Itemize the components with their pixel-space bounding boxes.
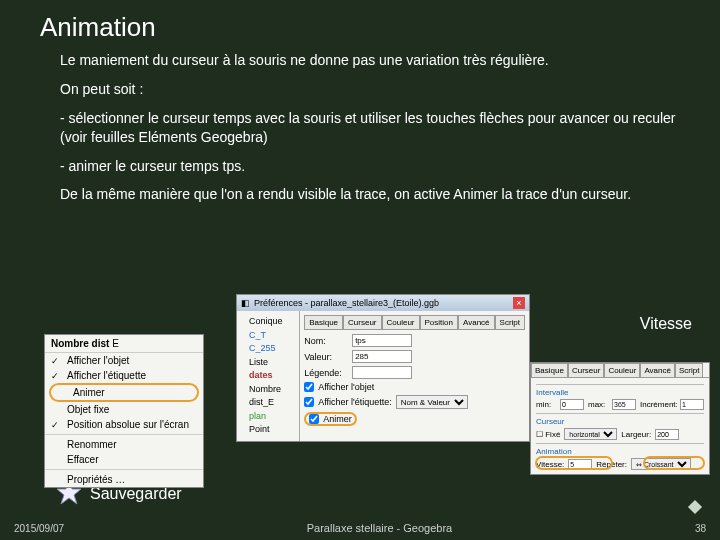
label-vitesse: Vitesse [640,315,692,333]
label-legende: Légende: [304,368,348,378]
slider-tabs: Basique Curseur Couleur Avancé Script [531,363,709,378]
tab-couleur[interactable]: Couleur [604,363,640,377]
checkbox-fixe[interactable]: ☐ Fixé [536,430,560,439]
window-icon: ◧ [241,298,250,308]
label-largeur: Largeur: [621,430,651,439]
tree-node[interactable]: Point [241,423,295,437]
menu-separator [45,434,203,435]
checkbox-afficher-etiquette[interactable] [304,397,314,407]
label-increment: Incrément: [640,400,676,409]
footer-page: 38 [695,523,720,534]
checkbox-label: Afficher l'objet [318,382,374,392]
tree-node[interactable]: plan [241,410,295,424]
checkbox-label: Animer [323,414,352,424]
menu-item-renommer[interactable]: Renommer [45,437,203,452]
slider-prefs-panel: Basique Curseur Couleur Avancé Script In… [530,362,710,475]
tree-node[interactable]: C_T [241,329,295,343]
tab-basique[interactable]: Basique [304,315,343,329]
paragraph: Le maniement du curseur à la souris ne d… [60,51,680,70]
tree-node[interactable]: Liste [241,356,295,370]
footer-date: 2015/09/07 [0,523,64,534]
tab-avance[interactable]: Avancé [458,315,495,329]
highlight-vitesse [535,456,613,470]
menu-item-effacer[interactable]: Effacer [45,452,203,467]
tab-position[interactable]: Position [420,315,458,329]
input-max[interactable] [612,399,636,410]
checkbox-afficher-objet[interactable] [304,382,314,392]
menu-item-afficher-etiquette[interactable]: Afficher l'étiquette [45,368,203,383]
group-intervalle: Intervalle [536,388,704,397]
checkbox-label: Afficher l'étiquette: [318,397,392,407]
menu-item-proprietes[interactable]: Propriétés … [45,472,203,487]
slide-title: Animation [0,0,720,43]
input-min[interactable] [560,399,584,410]
tab-script[interactable]: Script [495,315,525,329]
tree-node[interactable]: dates [241,369,295,383]
diamond-icon [688,500,702,514]
tab-couleur[interactable]: Couleur [382,315,420,329]
prefs-tabs: Basique Curseur Couleur Position Avancé … [304,315,525,330]
input-increment[interactable] [680,399,704,410]
input-nom[interactable] [352,334,412,347]
label-valeur: Valeur: [304,352,348,362]
input-legende[interactable] [352,366,412,379]
group-animation: Animation [536,447,704,456]
paragraph: On peut soit : [60,80,680,99]
tab-curseur[interactable]: Curseur [343,315,381,329]
slide-footer: 2015/09/07 Parallaxe stellaire - Geogebr… [0,522,720,534]
window-titlebar: ◧ Préférences - parallaxe_stellaire3_(Et… [237,295,529,311]
highlight-animer: Animer [49,383,199,402]
tree-node[interactable]: Conique [241,315,295,329]
paragraph: De la même manière que l'on a rendu visi… [60,185,680,204]
tab-avance[interactable]: Avancé [640,363,675,377]
close-icon[interactable]: × [513,297,525,309]
slide-body: Le maniement du curseur à la souris ne d… [0,43,720,204]
label-min: min: [536,400,556,409]
paragraph: - sélectionner le curseur temps avec la … [60,109,680,147]
footer-title: Parallaxe stellaire - Geogebra [64,522,695,534]
tab-basique[interactable]: Basique [531,363,568,377]
tab-script[interactable]: Script [675,363,703,377]
tree-node[interactable]: C_255 [241,342,295,356]
highlight-animer-checkbox: Animer [304,412,357,426]
select-orientation[interactable]: horizontal [564,428,617,440]
menu-item-objet-fixe[interactable]: Objet fixe [45,402,203,417]
context-menu: Nombre dist E Afficher l'objet Afficher … [44,334,204,488]
label-max: max: [588,400,608,409]
menu-separator [45,469,203,470]
paragraph: - animer le curseur temps tps. [60,157,680,176]
input-valeur[interactable] [352,350,412,363]
tree-node[interactable]: Nombre [241,383,295,397]
menu-item-animer[interactable]: Animer [51,385,197,400]
prefs-right-panel: Basique Curseur Couleur Position Avancé … [300,311,529,441]
input-largeur[interactable] [655,429,679,440]
group-curseur: Curseur [536,417,704,426]
tab-curseur[interactable]: Curseur [568,363,604,377]
menu-item-afficher-objet[interactable]: Afficher l'objet [45,353,203,368]
checkbox-animer[interactable] [309,414,319,424]
window-title: Préférences - parallaxe_stellaire3_(Etoi… [254,298,439,308]
tree-node[interactable]: dist_E [241,396,295,410]
select-etiquette[interactable]: Nom & Valeur [396,395,468,409]
menu-item-position-absolue[interactable]: Position absolue sur l'écran [45,417,203,432]
context-menu-header: Nombre dist E [45,335,203,353]
object-tree[interactable]: Conique C_T C_255 Liste dates Nombre dis… [237,311,300,441]
prefs-window: ◧ Préférences - parallaxe_stellaire3_(Et… [236,294,530,442]
highlight-repeter [643,456,705,470]
label-nom: Nom: [304,336,348,346]
